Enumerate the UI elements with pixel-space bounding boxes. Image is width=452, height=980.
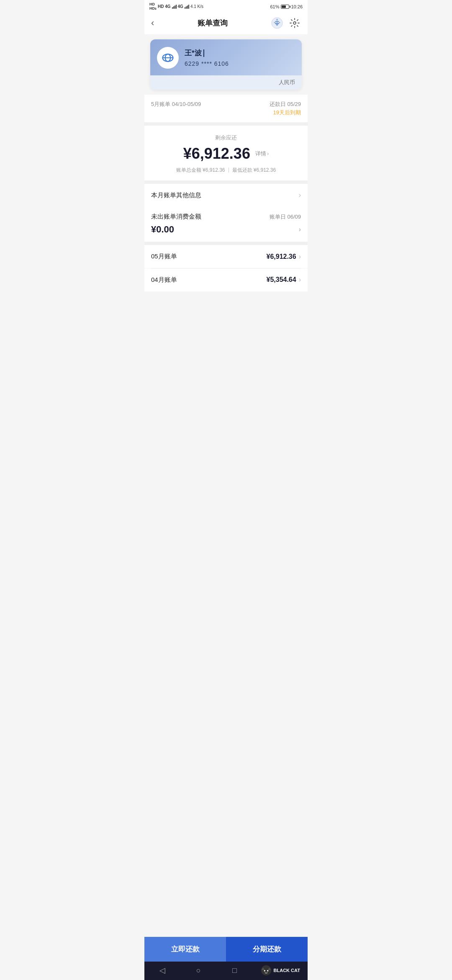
chevron-right-icon: ›: [299, 226, 301, 233]
total-label: 账单总金额 ¥6,912.36: [176, 167, 225, 174]
back-button[interactable]: ‹: [151, 18, 154, 28]
month-bill-label-04: 04月账单: [151, 276, 177, 284]
chevron-right-icon: ›: [299, 253, 301, 260]
bill-due-label: 还款日 05/29: [270, 101, 301, 108]
speed-label: 4.1 K/s: [190, 4, 203, 9]
time-label: 10:26: [291, 4, 303, 9]
avatar-button[interactable]: [271, 17, 283, 29]
chevron-right-icon: ›: [299, 276, 301, 284]
status-right: 61% 10:26: [270, 4, 303, 9]
other-info-label: 本月账单其他信息: [151, 191, 201, 199]
svg-rect-4: [276, 24, 278, 26]
settings-button[interactable]: [288, 17, 301, 29]
month-bill-right-04: ¥5,354.64 ›: [266, 276, 301, 284]
signal-4g-2: 4G: [178, 4, 183, 9]
month-bill-label-05: 05月账单: [151, 253, 177, 260]
month-bill-amount-05: ¥6,912.36: [266, 253, 296, 260]
card-number: 6229 **** 6106: [185, 60, 229, 67]
card-logo: [157, 47, 179, 69]
svg-point-2: [275, 22, 277, 23]
amount-sub: 账单总金额 ¥6,912.36 最低还款 ¥6,912.36: [151, 167, 301, 174]
chevron-right-icon: ›: [299, 191, 301, 199]
sub-divider: [229, 168, 229, 173]
uncleared-amount-row[interactable]: ¥0.00 ›: [151, 224, 301, 235]
cursor: [203, 49, 204, 57]
uncleared-amount-value: ¥0.00: [151, 224, 174, 235]
divider-2: [144, 181, 308, 184]
bill-due-days: 19天后到期: [270, 109, 301, 116]
min-pay-label: 最低还款 ¥6,912.36: [232, 167, 276, 174]
uncleared-header: 未出账单消费金额 账单日 06/09: [151, 213, 301, 221]
uncleared-date: 账单日 06/09: [270, 213, 301, 221]
status-bar: HD HD₂ HD 4G 4G 4.1 K/s 61%: [144, 0, 308, 13]
detail-label: 详情: [255, 150, 266, 157]
amount-value: ¥6,912.36: [183, 145, 250, 162]
other-info-right: ›: [299, 191, 301, 199]
month-bill-amount-04: ¥5,354.64: [266, 276, 296, 284]
chevron-right-icon: ›: [267, 150, 269, 157]
other-info-item[interactable]: 本月账单其他信息 ›: [144, 184, 308, 207]
divider-4: [144, 242, 308, 245]
bill-period-right: 还款日 05/29 19天后到期: [270, 101, 301, 116]
network-label: HD HD₂: [149, 3, 157, 11]
battery-label: 61%: [270, 4, 279, 9]
amount-section: 剩余应还 ¥6,912.36 详情 › 账单总金额 ¥6,912.36 最低还款…: [144, 126, 308, 181]
month-bill-05[interactable]: 05月账单 ¥6,912.36 ›: [144, 245, 308, 268]
battery-icon: [281, 5, 289, 9]
card-top: 王*波 6229 **** 6106: [150, 39, 302, 75]
card-currency: 人民币: [150, 75, 302, 90]
month-bill-right-05: ¥6,912.36 ›: [266, 253, 301, 260]
remaining-label: 剩余应还: [151, 134, 301, 142]
amount-row: ¥6,912.36 详情 ›: [151, 145, 301, 162]
uncleared-section: 未出账单消费金额 账单日 06/09 ¥0.00 ›: [144, 207, 308, 242]
divider-1: [144, 122, 308, 126]
card-user-name: 王*波: [185, 48, 229, 58]
bill-period-label: 5月账单 04/10-05/09: [151, 101, 201, 108]
uncleared-label: 未出账单消费金额: [151, 213, 201, 221]
signal-4g: HD 4G: [158, 4, 171, 9]
header-icons: [271, 17, 301, 29]
page-title: 账单查询: [154, 18, 271, 28]
header: ‹ 账单查询: [144, 13, 308, 34]
month-bill-04[interactable]: 04月账单 ¥5,354.64 ›: [144, 268, 308, 291]
svg-point-6: [277, 19, 278, 20]
status-left: HD HD₂ HD 4G 4G 4.1 K/s: [149, 3, 203, 11]
card-info: 王*波 6229 **** 6106: [185, 48, 229, 67]
svg-point-3: [277, 22, 279, 23]
bill-period: 5月账单 04/10-05/09 还款日 05/29 19天后到期: [144, 95, 308, 122]
svg-point-9: [293, 22, 296, 24]
detail-button[interactable]: 详情 ›: [255, 150, 269, 157]
card-section: 王*波 6229 **** 6106 人民币: [150, 39, 302, 90]
